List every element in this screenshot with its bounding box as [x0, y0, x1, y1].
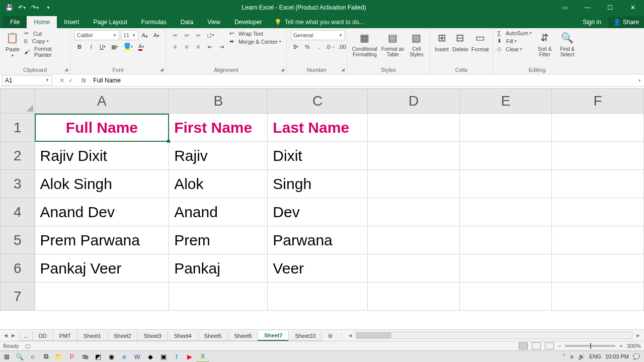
decrease-decimal-button[interactable]: .00	[337, 42, 347, 52]
cell-B2[interactable]: Rajiv	[169, 142, 268, 170]
cell-F2[interactable]	[552, 142, 644, 170]
tab-view[interactable]: View	[200, 16, 227, 28]
store-icon[interactable]: 🛍	[78, 351, 92, 363]
italic-button[interactable]: I	[86, 42, 96, 52]
copy-button[interactable]: ⎘ Copy ▾	[24, 38, 66, 44]
undo-button[interactable]: ↶▼	[16, 2, 28, 14]
dialog-launcher-icon[interactable]: ◢	[341, 67, 345, 72]
bold-button[interactable]: B	[74, 42, 85, 52]
cell-A3[interactable]: Alok Singh	[35, 170, 169, 198]
cell-D4[interactable]	[368, 198, 460, 226]
fill-color-button[interactable]: 🪣 ▾	[122, 42, 135, 52]
cell-F4[interactable]	[552, 198, 644, 226]
redo-button[interactable]: ↷▼	[29, 2, 41, 14]
tab-page-layout[interactable]: Page Layout	[86, 16, 134, 28]
align-top-button[interactable]: ═	[170, 30, 180, 40]
task-view-button[interactable]: ⧉	[39, 351, 52, 363]
notifications-icon[interactable]: 💬	[633, 353, 640, 360]
cell-D2[interactable]	[368, 142, 460, 170]
ribbon-options-button[interactable]: ▭	[553, 0, 576, 15]
underline-button[interactable]: U ▾	[98, 42, 108, 52]
number-format-combo[interactable]: General▼	[291, 30, 345, 40]
cell-B5[interactable]: Prem	[169, 226, 268, 254]
cell-E7[interactable]	[460, 283, 552, 311]
orientation-button[interactable]: ⭯▾	[205, 30, 216, 40]
cell-E5[interactable]	[460, 226, 552, 254]
increase-indent-button[interactable]: ⇥	[216, 42, 226, 52]
align-right-button[interactable]: ≡	[193, 42, 203, 52]
start-button[interactable]: ⊞	[0, 351, 13, 363]
page-break-view-button[interactable]	[545, 342, 554, 349]
volume-icon[interactable]: 🔊	[578, 353, 585, 360]
cell-C3[interactable]: Singh	[268, 170, 368, 198]
clear-button[interactable]: ◇ Clear▾	[497, 46, 532, 52]
conditional-formatting-button[interactable]: ▦Conditional Formatting	[351, 30, 378, 57]
close-button[interactable]: ✕	[621, 0, 644, 15]
percent-button[interactable]: %	[302, 42, 312, 52]
format-painter-button[interactable]: 🖌 Format Painter	[24, 46, 66, 58]
sheet-tab-Sheet1[interactable]: Sheet1	[77, 331, 108, 341]
sheet-nav-prev-button[interactable]: ◄	[3, 332, 9, 338]
cell-C5[interactable]: Parwana	[268, 226, 368, 254]
accounting-format-button[interactable]: $▾	[291, 42, 301, 52]
format-cells-button[interactable]: ▭Format	[471, 30, 489, 52]
cell-E3[interactable]	[460, 170, 552, 198]
page-layout-view-button[interactable]	[532, 342, 541, 349]
column-header-F[interactable]: F	[552, 88, 644, 114]
wifi-icon[interactable]: ⚹	[570, 353, 574, 360]
font-color-button[interactable]: A ▾	[136, 42, 146, 52]
app-icon-2[interactable]: ◆	[144, 351, 157, 363]
youtube-icon[interactable]: ▶	[183, 351, 196, 363]
delete-cells-button[interactable]: ⊟Delete	[452, 30, 468, 52]
autosum-button[interactable]: ∑ AutoSum ▾	[497, 30, 532, 36]
fill-button[interactable]: ⬇ Fill▾	[497, 38, 532, 44]
cell-A2[interactable]: Rajiv Dixit	[35, 142, 169, 170]
sheet-tab-DD[interactable]: DD	[32, 331, 53, 341]
cell-E1[interactable]	[460, 114, 552, 142]
increase-decimal-button[interactable]: .0→	[326, 42, 336, 52]
excel-taskbar-icon[interactable]: X	[196, 351, 209, 363]
sheet-tab-Sheet2[interactable]: Sheet2	[107, 331, 138, 341]
row-header-6[interactable]: 6	[1, 254, 35, 283]
file-explorer-icon[interactable]: 📁	[52, 351, 65, 363]
cell-E2[interactable]	[460, 142, 552, 170]
sheet-tab-Sheet6[interactable]: Sheet6	[227, 331, 258, 341]
tab-insert[interactable]: Insert	[57, 16, 86, 28]
row-header-7[interactable]: 7	[1, 283, 35, 311]
cell-C6[interactable]: Veer	[268, 254, 368, 283]
facebook-icon[interactable]: f	[170, 351, 183, 363]
name-box[interactable]: A1▼	[2, 75, 52, 85]
worksheet-grid[interactable]: ABCDEF1Full NameFirst NameLast Name2Raji…	[0, 88, 644, 329]
app-icon[interactable]: ◩	[92, 351, 105, 363]
zoom-in-button[interactable]: +	[619, 343, 622, 349]
cell-A1[interactable]: Full Name	[35, 114, 169, 142]
horizontal-scrollbar[interactable]	[356, 332, 632, 339]
cell-A5[interactable]: Prem Parwana	[35, 226, 169, 254]
cell-B7[interactable]	[169, 283, 268, 311]
cell-B6[interactable]: Pankaj	[169, 254, 268, 283]
sheet-tab-Sheet5[interactable]: Sheet5	[198, 331, 228, 341]
tray-chevron-icon[interactable]: ˄	[562, 353, 566, 360]
column-header-C[interactable]: C	[268, 88, 368, 114]
normal-view-button[interactable]	[519, 342, 528, 349]
cell-A7[interactable]	[35, 283, 169, 311]
sheet-tab-Sheet4[interactable]: Sheet4	[168, 331, 198, 341]
cell-D1[interactable]	[368, 114, 460, 142]
row-header-2[interactable]: 2	[1, 142, 35, 170]
align-middle-button[interactable]: ═	[182, 30, 192, 40]
font-size-combo[interactable]: 11▼	[121, 30, 138, 40]
tell-me-search[interactable]: 💡 Tell me what you want to do...	[269, 16, 369, 28]
sheet-tab-...[interactable]: ...	[19, 331, 33, 341]
sheet-tab-Sheet3[interactable]: Sheet3	[137, 331, 168, 341]
align-bottom-button[interactable]: ═	[193, 30, 203, 40]
row-header-4[interactable]: 4	[1, 198, 35, 226]
language-indicator[interactable]: ENG	[589, 353, 601, 359]
row-header-5[interactable]: 5	[1, 226, 35, 254]
tab-data[interactable]: Data	[174, 16, 200, 28]
share-button[interactable]: 👤 Share	[608, 17, 644, 28]
column-header-D[interactable]: D	[368, 88, 460, 114]
formula-input[interactable]: Full Name	[89, 77, 635, 84]
cell-C7[interactable]	[268, 283, 368, 311]
sheet-tab-Sheet7[interactable]: Sheet7	[258, 331, 289, 341]
align-left-button[interactable]: ≡	[170, 42, 180, 52]
